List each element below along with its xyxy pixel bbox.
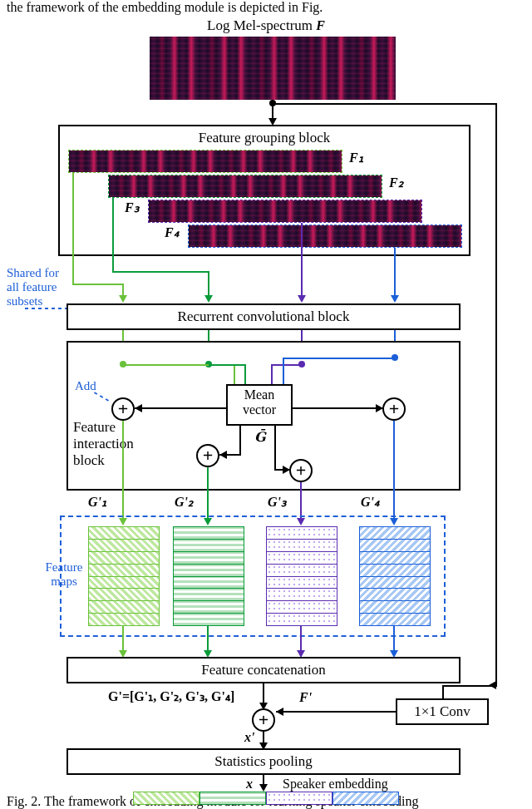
pooling-block: Statistics pooling (66, 748, 461, 775)
flow-gp4 (393, 421, 395, 519)
to-mean (271, 364, 273, 384)
conv-block: 1×1 Conv (396, 698, 489, 725)
fib-title-l1: Feature (73, 419, 134, 436)
mean-vector-block: Mean vector (226, 384, 293, 426)
feature-map-3 (266, 526, 337, 626)
shared-note-l2: all feature (7, 280, 73, 294)
arrow-down-icon (298, 295, 306, 303)
fib-title-l3: block (73, 452, 134, 469)
add-node-4: + (382, 397, 406, 421)
feature-maps-l2: maps (35, 575, 93, 589)
x-label: x (246, 777, 253, 792)
mean-out (135, 407, 226, 409)
flow-f2 (112, 271, 208, 273)
feature-map-4 (359, 526, 431, 626)
flow-f2 (112, 198, 114, 273)
flow-line (442, 685, 444, 698)
flow-line (495, 103, 497, 685)
subset-f1 (68, 150, 342, 173)
shared-note-l1: Shared for (7, 266, 73, 280)
gp2-label: G'₂ (175, 494, 193, 510)
shared-note: Shared for all feature subsets (7, 266, 73, 308)
subset-f3 (148, 200, 422, 223)
subset-f4 (188, 224, 462, 248)
residual-add-node: + (252, 708, 275, 732)
gp3-label: G'₃ (268, 494, 286, 510)
flow-line (276, 711, 396, 713)
arrow-right-icon (283, 466, 290, 474)
flow-gp1 (122, 421, 124, 519)
to-mean (271, 364, 303, 366)
rcb-block: Recurrent convolutional block (66, 303, 461, 330)
cropped-top-text: the framework of the embedding module is… (0, 0, 532, 15)
fib-title-l2: interaction (73, 436, 134, 452)
to-mean (283, 358, 396, 359)
rcb-title: Recurrent convolutional block (68, 308, 459, 325)
conv-title: 1×1 Conv (397, 703, 487, 720)
flow-f3 (301, 223, 303, 296)
input-symbol: F (316, 18, 325, 32)
flow-f1 (122, 284, 124, 296)
feature-maps-note: Feature maps (35, 560, 93, 589)
arrow-right-icon (376, 404, 383, 412)
mean-out (239, 426, 241, 456)
flow-f2 (208, 271, 209, 296)
to-mean (283, 358, 284, 384)
shared-note-l3: subsets (7, 294, 73, 308)
arrow-left-icon (276, 708, 283, 716)
concat-block: Feature concatenation (66, 657, 461, 683)
arrow-down-icon (391, 295, 399, 303)
input-title-text: Log Mel-spectrum (207, 17, 313, 33)
gp1-label: G'₁ (88, 494, 106, 510)
feature-map-1 (88, 526, 160, 626)
fib-title: Feature interaction block (73, 419, 134, 469)
arrow-down-icon (259, 784, 268, 792)
arrow-down-icon (204, 295, 213, 303)
flow-concat (393, 626, 395, 651)
add-node-1: + (111, 397, 135, 421)
flow-line (263, 732, 264, 743)
embedding-bar (133, 792, 399, 805)
arrow-left-icon (219, 451, 227, 459)
xprime-label: x' (244, 730, 254, 745)
f3-label: F₃ (125, 200, 139, 215)
shared-pointer (25, 308, 66, 309)
flow-concat (207, 626, 209, 651)
subset-f2 (108, 175, 382, 198)
concat-equation: G'=[G'₁, G'₂, G'₃, G'₄] (108, 688, 234, 704)
main-spectrogram (150, 37, 396, 100)
add-note: Add (75, 379, 96, 393)
to-mean (234, 364, 235, 384)
f1-label: F₁ (349, 150, 363, 165)
feature-grouping-title: Feature grouping block (60, 130, 469, 146)
add-node-3: + (289, 459, 313, 482)
input-title: Log Mel-spectrum F (0, 17, 532, 34)
f2-label: F₂ (389, 175, 403, 190)
feature-maps-l1: Feature (35, 560, 93, 575)
to-mean (209, 364, 246, 366)
concat-title: Feature concatenation (68, 662, 459, 678)
mean-vector-l1: Mean (228, 387, 291, 402)
add-node-2: + (196, 444, 219, 467)
flow-gp3 (300, 482, 302, 519)
flow-line (273, 103, 497, 105)
fprime-label: F' (299, 690, 312, 705)
mean-out (293, 407, 382, 409)
arrow-left-icon (135, 404, 142, 412)
flow-concat (122, 626, 124, 651)
gbar-label: Ḡ (254, 429, 266, 445)
flow-line (263, 683, 264, 703)
gp4-label: G'₄ (361, 494, 379, 510)
arrow-down-icon (119, 295, 127, 303)
mean-out (274, 426, 276, 471)
f4-label: F₄ (165, 224, 179, 240)
mean-vector-l2: vector (228, 402, 291, 417)
embedding-label: Speaker embedding (283, 777, 388, 792)
pooling-title: Statistics pooling (68, 753, 459, 770)
flow-f4 (394, 248, 396, 296)
flow-line (442, 685, 497, 687)
flow-f1 (72, 284, 122, 285)
flow-concat (300, 626, 302, 651)
flow-gp2 (207, 467, 209, 519)
feature-map-2 (173, 526, 244, 626)
